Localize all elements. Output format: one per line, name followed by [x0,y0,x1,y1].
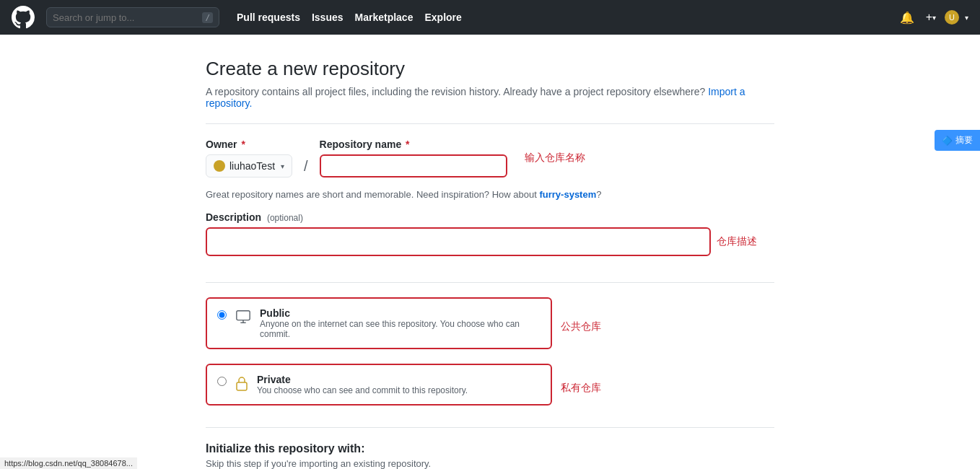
private-option-inner: Private You choose who can see and commi… [217,374,541,395]
avatar-chevron-icon: ▾ [965,14,968,22]
navbar: / Pull requests Issues Marketplace Explo… [0,0,980,35]
svg-rect-0 [237,311,250,320]
description-annotation: 仓库描述 [717,235,757,248]
repo-name-required-marker: * [406,139,409,150]
github-logo-icon[interactable] [12,6,35,29]
init-subtitle: Skip this step if you're importing an ex… [206,458,774,469]
owner-label: Owner * [206,139,292,150]
private-annotation: 私有仓库 [561,382,601,395]
nav-links: Pull requests Issues Marketplace Explore [237,12,462,23]
avatar-label: U [949,13,955,22]
owner-dropdown-icon: ▾ [281,162,284,170]
public-title: Public [260,307,541,319]
private-desc: You choose who can see and commit to thi… [257,385,468,395]
svg-rect-3 [237,382,247,390]
intro-text: A repository contains all project files,… [206,86,774,109]
init-title: Initialize this repository with: [206,442,774,455]
lock-icon [235,375,248,393]
page-title: Create a new repository [206,58,774,80]
notifications-button[interactable]: 🔔 [897,8,917,27]
owner-name: liuhaoTest [229,160,275,172]
url-hint-bar: https://blog.csdn.net/qq_38084678... [0,457,137,469]
owner-required-marker: * [241,139,245,150]
public-annotation: 公共仓库 [561,320,601,333]
suggestion-link[interactable]: furry-system [539,189,596,200]
public-desc: Anyone on the internet can see this repo… [260,319,541,339]
repo-name-annotation: 输入仓库名称 [525,152,585,165]
private-option[interactable]: Private You choose who can see and commi… [206,364,552,406]
private-option-details: Private You choose who can see and commi… [257,374,468,395]
section-divider-3 [206,427,774,428]
user-avatar[interactable]: U [945,10,959,25]
nav-explore[interactable]: Explore [424,12,461,23]
plus-chevron-icon: ▾ [932,14,936,22]
slash-shortcut-icon: / [202,12,213,23]
nav-pull-requests[interactable]: Pull requests [237,12,300,23]
public-option[interactable]: Public Anyone on the internet can see th… [206,297,552,349]
description-field-group: Description (optional) 仓库描述 [206,211,774,268]
nav-issues[interactable]: Issues [312,12,344,23]
private-option-row: Private You choose who can see and commi… [206,364,774,413]
description-row: 仓库描述 [206,227,774,256]
repo-name-input[interactable] [320,154,507,177]
public-radio[interactable] [217,310,227,320]
search-input[interactable] [53,12,198,23]
initialize-section: Initialize this repository with: Skip th… [206,442,774,469]
public-option-row: Public Anyone on the internet can see th… [206,297,774,356]
csdn-icon: 🔷 [942,136,953,146]
csdn-label: 摘要 [955,134,973,146]
plus-icon: + [926,11,932,24]
main-content: Create a new repository A repository con… [194,35,786,469]
nav-marketplace[interactable]: Marketplace [355,12,414,23]
owner-avatar [214,160,225,172]
repo-name-hint: Great repository names are short and mem… [206,189,774,200]
repo-name-field-group: Repository name * [320,139,507,177]
nav-right: 🔔 + ▾ U ▾ [897,8,968,27]
repo-name-label: Repository name * [320,139,507,150]
owner-field-group: Owner * liuhaoTest ▾ [206,139,292,177]
new-item-button[interactable]: + ▾ [923,8,939,27]
description-optional-marker: (optional) [267,213,303,223]
private-title: Private [257,374,468,385]
owner-repo-row: Owner * liuhaoTest ▾ / Repository name *… [206,139,774,177]
description-label: Description (optional) [206,211,774,223]
section-divider [206,123,774,124]
public-option-inner: Public Anyone on the internet can see th… [217,307,541,339]
slash-divider: / [304,158,308,175]
owner-selector[interactable]: liuhaoTest ▾ [206,154,292,177]
csdn-button[interactable]: 🔷 摘要 [935,130,980,151]
search-bar[interactable]: / [46,7,219,27]
section-divider-2 [206,282,774,283]
private-radio[interactable] [217,377,227,386]
public-option-details: Public Anyone on the internet can see th… [260,307,541,339]
bell-icon: 🔔 [900,11,914,25]
monitor-icon [235,309,251,327]
description-input[interactable] [206,227,711,256]
